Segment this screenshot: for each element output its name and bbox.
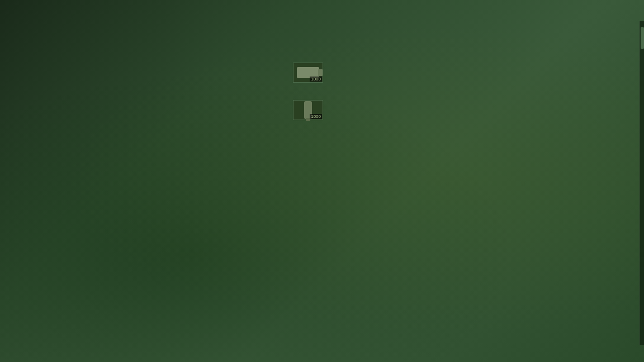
item-count-2: 1000 — [310, 114, 322, 119]
item-thumb-2: 1000 — [293, 100, 323, 120]
scrollbar-right[interactable] — [640, 21, 644, 345]
main-container: 🔭 浏览 愿望单 我的报价 0/5 搜索相关 OP-SKS ✕ ⚙ 商人 跳蚤市 — [0, 0, 644, 362]
item-count-1: 1000 — [310, 77, 322, 82]
item-thumb-1: 1000 — [293, 63, 323, 83]
background — [0, 0, 644, 362]
scrollbar-thumb — [641, 27, 644, 49]
